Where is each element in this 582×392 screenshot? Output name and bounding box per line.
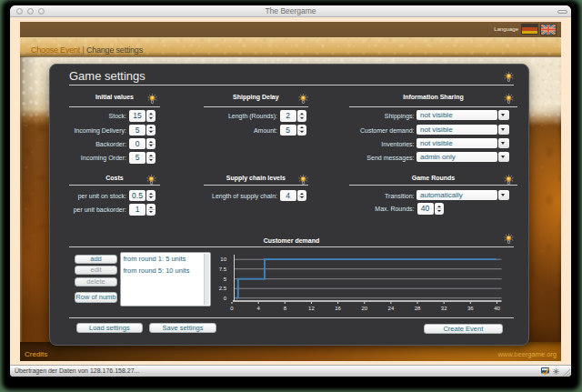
svg-text:20: 20 xyxy=(361,306,367,311)
svg-text:32: 32 xyxy=(441,306,447,311)
svg-text:12: 12 xyxy=(308,306,315,311)
svg-text:16: 16 xyxy=(335,306,341,311)
svg-text:0: 0 xyxy=(224,296,227,301)
svg-text:2.5: 2.5 xyxy=(219,286,227,291)
svg-text:7.5: 7.5 xyxy=(219,266,227,272)
svg-text:0: 0 xyxy=(230,306,234,311)
svg-text:5: 5 xyxy=(224,276,227,282)
svg-text:40: 40 xyxy=(494,306,500,311)
svg-text:36: 36 xyxy=(467,306,474,311)
svg-text:28: 28 xyxy=(415,306,421,311)
svg-text:8: 8 xyxy=(284,306,287,311)
svg-text:10: 10 xyxy=(220,256,226,262)
svg-text:24: 24 xyxy=(388,306,395,311)
svg-text:4: 4 xyxy=(256,306,260,311)
